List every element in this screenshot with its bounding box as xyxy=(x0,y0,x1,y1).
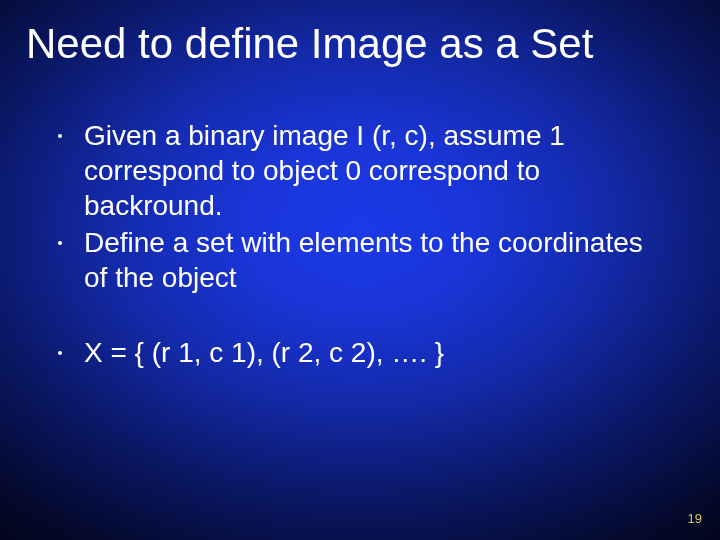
page-number: 19 xyxy=(688,511,702,526)
slide-title: Need to define Image as a Set xyxy=(26,20,700,68)
list-item: X = { (r 1, c 1), (r 2, c 2), …. } xyxy=(58,335,670,370)
bullet-text: Define a set with elements to the coordi… xyxy=(84,225,670,295)
list-item: Define a set with elements to the coordi… xyxy=(58,225,670,295)
list-item: Given a binary image I (r, c), assume 1 … xyxy=(58,118,670,223)
spacer xyxy=(58,297,670,335)
bullet-icon xyxy=(58,351,62,355)
bullet-text: X = { (r 1, c 1), (r 2, c 2), …. } xyxy=(84,335,670,370)
slide-body: Given a binary image I (r, c), assume 1 … xyxy=(58,118,670,372)
bullet-icon xyxy=(58,241,62,245)
slide: Need to define Image as a Set Given a bi… xyxy=(0,0,720,540)
bullet-text: Given a binary image I (r, c), assume 1 … xyxy=(84,118,670,223)
bullet-icon xyxy=(58,134,62,138)
